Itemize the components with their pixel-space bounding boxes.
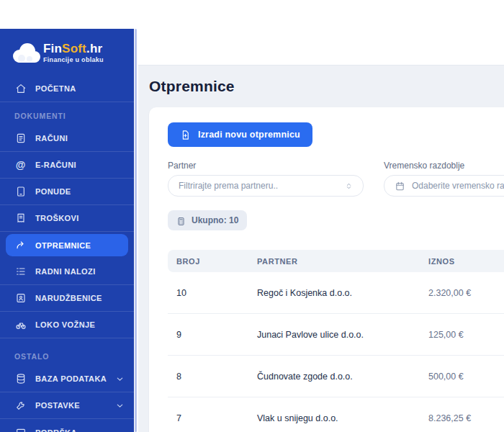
brand-logo[interactable]: FinSoft.hr Financije u oblaku (0, 29, 134, 76)
partner-select-placeholder: Filtrirajte prema partneru.. (179, 181, 344, 191)
cell-iznos: 2.320,00 € (428, 288, 504, 298)
cell-broj: 10 (176, 288, 257, 298)
sidebar-section-dokumenti: DOKUMENTI (0, 102, 134, 125)
sidebar-item-pocetna[interactable]: POČETNA (0, 76, 134, 102)
period-date-field[interactable] (384, 175, 504, 197)
support-monitor-icon (14, 426, 27, 432)
table-row[interactable]: 10 Regoč i Kosjenka d.o.o. 2.320,00 € (168, 272, 504, 314)
column-header-partner: PARTNER (257, 257, 428, 266)
main-content: Otpremnice Izradi novu otpremnicu Partne… (138, 65, 504, 432)
table-header-row: BROJ PARTNER IZNOS (168, 250, 504, 272)
period-date-input[interactable] (412, 181, 504, 191)
cell-partner: Regoč i Kosjenka d.o.o. (257, 288, 428, 298)
brand-tagline: Financije u oblaku (43, 57, 104, 63)
sidebar-item-baza-podataka[interactable]: BAZA PODATAKA (0, 366, 134, 392)
sidebar-item-label: TROŠKOVI (35, 214, 79, 222)
brand-text: FinSoft.hr Financije u oblaku (43, 42, 104, 63)
create-delivery-note-button[interactable]: Izradi novu otpremnicu (168, 122, 312, 147)
sidebar-scrollbar-thumb[interactable] (135, 29, 137, 432)
filters-row: Partner Filtrirajte prema partneru.. Vre… (168, 161, 504, 197)
brand-fin: Fin (43, 42, 62, 55)
select-arrows-icon (344, 181, 354, 191)
chevron-down-icon (115, 400, 125, 410)
sidebar-item-label: POČETNA (35, 84, 76, 93)
period-filter-label: Vremensko razdoblje (384, 161, 504, 171)
sidebar-item-label: OTPREMNICE (35, 241, 91, 250)
total-count-label: Ukupno: 10 (192, 215, 238, 225)
cloud-logo-icon (10, 41, 42, 66)
cell-partner: Čudnovate zgode d.o.o. (257, 372, 428, 382)
sidebar-item-narudzbenice[interactable]: NARUDŽBENICE (0, 285, 134, 312)
sidebar-item-loko-voznje[interactable]: LOKO VOŽNJE (0, 312, 134, 338)
home-icon (14, 83, 27, 95)
column-header-broj: BROJ (176, 257, 257, 266)
cell-broj: 8 (176, 372, 257, 382)
period-filter: Vremensko razdoblje (384, 161, 504, 197)
sidebar-item-label: E-RAČUNI (35, 161, 76, 169)
calculator-icon (176, 216, 186, 225)
sidebar-item-label: BAZA PODATAKA (35, 374, 107, 383)
sidebar-item-label: POSTAVKE (35, 401, 80, 410)
wrench-icon (14, 400, 27, 412)
sidebar-item-label: PODRŠKA (35, 428, 77, 432)
total-count-badge: Ukupno: 10 (168, 210, 247, 230)
brand-soft: Soft (62, 42, 86, 55)
sidebar-item-label: LOKO VOŽNJE (35, 320, 95, 329)
cell-iznos: 500,00 € (428, 372, 504, 382)
invoice-icon (14, 132, 27, 145)
partner-filter-label: Partner (168, 161, 364, 171)
shipment-arrow-icon (14, 239, 27, 251)
table-row[interactable]: 7 Vlak u snijegu d.o.o. 8.236,25 € (168, 397, 504, 432)
cell-iznos: 8.236,25 € (428, 413, 504, 423)
sidebar: FinSoft.hr Financije u oblaku POČETNA DO… (0, 29, 134, 432)
sidebar-item-postavke[interactable]: POSTAVKE (0, 392, 134, 419)
sidebar-item-label: PONUDE (35, 187, 71, 196)
cell-partner: Junaci Pavlove ulice d.o.o. (257, 330, 428, 340)
sidebar-item-label: NARUDŽBENICE (35, 294, 102, 302)
sidebar-item-eracuni[interactable]: @ E-RAČUNI (0, 152, 134, 179)
sidebar-item-label: RAČUNI (35, 134, 68, 143)
sidebar-item-podrska[interactable]: PODRŠKA (0, 419, 134, 432)
cell-broj: 7 (176, 413, 257, 423)
partner-filter-select[interactable]: Filtrirajte prema partneru.. (168, 175, 364, 197)
app-window: FinSoft.hr Financije u oblaku POČETNA DO… (0, 0, 504, 432)
partner-filter: Partner Filtrirajte prema partneru.. (168, 161, 364, 197)
cell-iznos: 125,00 € (428, 330, 504, 340)
delivery-notes-table: BROJ PARTNER IZNOS 10 Regoč i Kosjenka d… (168, 250, 504, 432)
otpremnice-card: Izradi novu otpremnicu Partner Filtriraj… (149, 107, 504, 432)
brand-tld: .hr (86, 42, 102, 55)
sidebar-item-racuni[interactable]: RAČUNI (0, 125, 134, 152)
chevron-down-icon (115, 374, 125, 384)
sidebar-item-radni-nalozi[interactable]: RADNI NALOZI (0, 258, 134, 285)
file-plus-icon (180, 130, 191, 140)
column-header-iznos: IZNOS (428, 257, 504, 266)
database-icon (14, 373, 27, 385)
create-delivery-note-label: Izradi novu otpremnicu (198, 130, 300, 140)
calendar-icon (395, 181, 405, 192)
sidebar-item-label: RADNI NALOZI (35, 267, 96, 276)
receipt-icon (14, 212, 27, 225)
cell-partner: Vlak u snijegu d.o.o. (257, 413, 428, 423)
bicycle-icon (14, 319, 27, 331)
sidebar-section-ostalo: OSTALO (0, 338, 134, 366)
sidebar-item-troskovi[interactable]: TROŠKOVI (0, 205, 134, 232)
sidebar-item-otpremnice[interactable]: OTPREMNICE (6, 234, 128, 256)
cell-broj: 9 (176, 330, 257, 340)
table-row[interactable]: 9 Junaci Pavlove ulice d.o.o. 125,00 € (168, 314, 504, 356)
offer-document-icon (14, 186, 27, 198)
sidebar-item-ponude[interactable]: PONUDE (0, 179, 134, 205)
purchase-order-icon (14, 292, 27, 305)
work-order-list-icon (14, 266, 27, 278)
page-title: Otpremnice (138, 66, 504, 95)
at-icon: @ (14, 159, 27, 171)
table-row[interactable]: 8 Čudnovate zgode d.o.o. 500,00 € (168, 356, 504, 397)
